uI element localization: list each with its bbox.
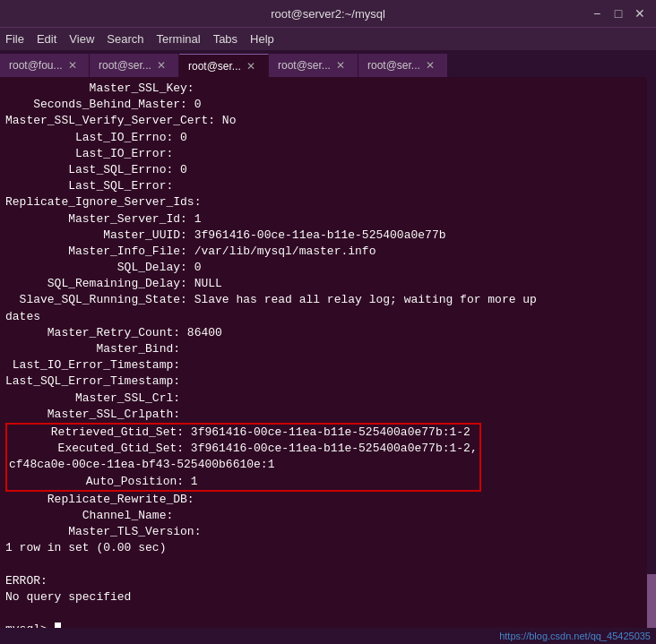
tab-1[interactable]: root@fou... ✕ bbox=[0, 54, 90, 77]
close-button[interactable]: ✕ bbox=[633, 6, 647, 21]
tab-1-label: root@fou... bbox=[9, 59, 63, 72]
window-title: root@server2:~/mysql bbox=[271, 7, 385, 21]
tab-2-label: root@ser... bbox=[99, 59, 151, 72]
tab-3-label: root@ser... bbox=[188, 60, 241, 73]
tab-4[interactable]: root@ser... ✕ bbox=[269, 54, 358, 77]
status-url: https://blog.csdn.net/qq_45425035 bbox=[499, 631, 651, 641]
tab-3-close[interactable]: ✕ bbox=[246, 60, 255, 73]
cursor bbox=[55, 623, 62, 628]
menu-file[interactable]: File bbox=[5, 32, 24, 46]
tab-2-close[interactable]: ✕ bbox=[157, 59, 166, 72]
terminal[interactable]: Master_SSL_Key: Seconds_Behind_Master: 0… bbox=[0, 77, 656, 628]
tab-5-close[interactable]: ✕ bbox=[426, 59, 435, 72]
tab-1-close[interactable]: ✕ bbox=[68, 59, 77, 72]
tab-3[interactable]: root@ser... ✕ bbox=[179, 54, 269, 77]
terminal-wrapper: Master_SSL_Key: Seconds_Behind_Master: 0… bbox=[0, 77, 656, 628]
scrollbar-thumb[interactable] bbox=[647, 574, 656, 628]
tab-5-label: root@ser... bbox=[367, 59, 420, 72]
terminal-output: Master_SSL_Key: Seconds_Behind_Master: 0… bbox=[5, 81, 651, 628]
tab-bar: root@fou... ✕ root@ser... ✕ root@ser... … bbox=[0, 50, 656, 77]
tab-4-label: root@ser... bbox=[278, 59, 331, 72]
menu-edit[interactable]: Edit bbox=[37, 32, 56, 46]
menu-search[interactable]: Search bbox=[107, 32, 143, 46]
tab-5[interactable]: root@ser... ✕ bbox=[358, 54, 448, 77]
menu-bar: File Edit View Search Terminal Tabs Help bbox=[0, 27, 656, 50]
highlight-box: Retrieved_Gtid_Set: 3f961416-00ce-11ea-b… bbox=[5, 423, 481, 492]
maximize-button[interactable]: □ bbox=[611, 6, 626, 21]
minimize-button[interactable]: − bbox=[590, 6, 604, 21]
menu-view[interactable]: View bbox=[69, 32, 94, 46]
status-bar: https://blog.csdn.net/qq_45425035 bbox=[0, 628, 656, 644]
title-bar: root@server2:~/mysql − □ ✕ bbox=[0, 0, 656, 27]
tab-4-close[interactable]: ✕ bbox=[336, 59, 345, 72]
menu-help[interactable]: Help bbox=[250, 32, 274, 46]
tab-2[interactable]: root@ser... ✕ bbox=[90, 54, 179, 77]
menu-terminal[interactable]: Terminal bbox=[157, 32, 201, 46]
menu-tabs[interactable]: Tabs bbox=[213, 32, 237, 46]
scrollbar[interactable] bbox=[647, 77, 656, 628]
window-controls: − □ ✕ bbox=[590, 6, 647, 21]
